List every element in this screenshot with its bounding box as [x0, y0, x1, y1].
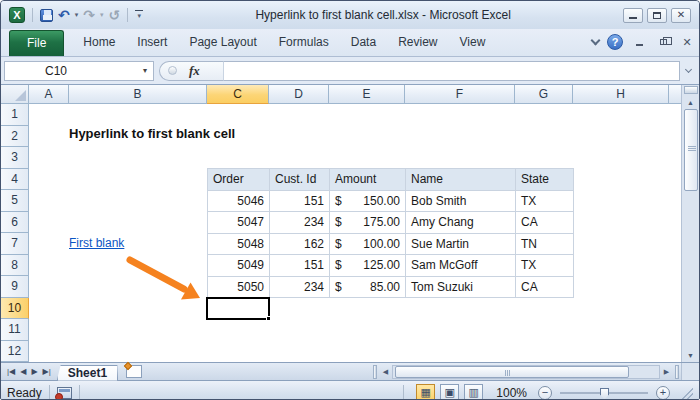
row-header-9[interactable]: 9: [1, 276, 29, 298]
cell-name[interactable]: Sam McGoff: [406, 255, 516, 277]
cell-cust-id[interactable]: 151: [270, 191, 330, 213]
cell-order[interactable]: 5048: [208, 234, 270, 256]
last-sheet-icon[interactable]: ▶|: [42, 367, 52, 376]
tab-data[interactable]: Data: [340, 29, 387, 56]
expand-formula-bar-icon[interactable]: [680, 70, 696, 72]
maximize-icon[interactable]: [647, 8, 667, 23]
formula-input[interactable]: [223, 61, 680, 81]
cell-order[interactable]: 5049: [208, 255, 270, 277]
scroll-right-icon[interactable]: ▶: [660, 365, 673, 378]
column-header-a[interactable]: A: [29, 85, 69, 104]
zoom-in-icon[interactable]: +: [656, 386, 670, 400]
tab-view[interactable]: View: [449, 29, 497, 56]
cell-name[interactable]: Bob Smith: [406, 191, 516, 213]
macro-record-icon[interactable]: [57, 387, 72, 399]
next-sheet-icon[interactable]: ▶: [30, 367, 38, 376]
customize-quick-access-toolbar-icon[interactable]: ▾: [135, 10, 143, 20]
column-header-c[interactable]: C: [207, 85, 269, 104]
expand-ribbon-icon[interactable]: [591, 36, 601, 46]
tab-file[interactable]: File: [9, 30, 64, 56]
row-header-6[interactable]: 6: [1, 212, 29, 234]
tab-insert[interactable]: Insert: [126, 29, 178, 56]
row-header-10[interactable]: 10: [1, 298, 29, 320]
horizontal-scrollbar[interactable]: [392, 365, 660, 379]
previous-sheet-icon[interactable]: ◀: [19, 367, 27, 376]
tab-page-layout[interactable]: Page Layout: [178, 29, 267, 56]
row-header-1[interactable]: 1: [1, 104, 29, 126]
cell-name[interactable]: Sue Martin: [406, 234, 516, 256]
active-cell-c10[interactable]: [206, 297, 270, 320]
column-header-f[interactable]: F: [405, 85, 515, 104]
close-icon[interactable]: ✕: [671, 8, 691, 23]
row-header-2[interactable]: 2: [1, 126, 29, 148]
cell-state[interactable]: TX: [516, 191, 574, 213]
cell-order[interactable]: 5046: [208, 191, 270, 213]
cell-amount[interactable]: $150.00: [330, 191, 406, 213]
cell-amount[interactable]: $85.00: [330, 277, 406, 299]
row-header-3[interactable]: 3: [1, 147, 29, 169]
column-header-e[interactable]: E: [329, 85, 405, 104]
row-header-8[interactable]: 8: [1, 255, 29, 277]
cell-amount[interactable]: $100.00: [330, 234, 406, 256]
tab-formulas[interactable]: Formulas: [268, 29, 340, 56]
split-handle-icon[interactable]: [684, 86, 698, 94]
cell-state[interactable]: TX: [516, 255, 574, 277]
cell-state[interactable]: CA: [516, 212, 574, 234]
zoom-out-icon[interactable]: −: [538, 386, 552, 400]
column-header-b[interactable]: B: [69, 85, 207, 104]
workbook-restore-icon[interactable]: [655, 36, 671, 49]
zoom-slider-thumb[interactable]: [600, 388, 609, 400]
undo-icon[interactable]: ↶: [58, 8, 70, 22]
cell-name[interactable]: Amy Chang: [406, 212, 516, 234]
tab-split-handle[interactable]: [373, 365, 377, 379]
name-box[interactable]: C10 ▾: [4, 61, 154, 81]
help-icon[interactable]: ?: [607, 34, 623, 50]
first-sheet-icon[interactable]: |◀: [6, 367, 16, 376]
row-header-7[interactable]: 7: [1, 233, 29, 255]
workbook-minimize-icon[interactable]: [631, 36, 647, 49]
page-break-preview-icon[interactable]: ▥: [464, 384, 483, 400]
cell-amount[interactable]: $125.00: [330, 255, 406, 277]
minimize-icon[interactable]: [623, 8, 643, 23]
insert-worksheet-icon[interactable]: [126, 365, 142, 378]
row-header-4[interactable]: 4: [1, 169, 29, 191]
name-box-dropdown-icon[interactable]: ▾: [143, 66, 147, 75]
cell-cust-id[interactable]: 234: [270, 277, 330, 299]
scroll-up-icon[interactable]: ▲: [683, 95, 699, 109]
zoom-slider[interactable]: [560, 392, 648, 394]
excel-logo-icon[interactable]: X: [9, 7, 25, 23]
row-header-11[interactable]: 11: [1, 319, 29, 341]
zoom-level[interactable]: 100%: [496, 386, 527, 400]
tab-home[interactable]: Home: [72, 29, 126, 56]
cell-cust-id[interactable]: 234: [270, 212, 330, 234]
scroll-left-icon[interactable]: ◀: [379, 365, 392, 378]
vertical-scroll-thumb[interactable]: [684, 109, 698, 191]
column-header-d[interactable]: D: [269, 85, 329, 104]
scroll-down-icon[interactable]: ▼: [683, 348, 699, 362]
fill-handle[interactable]: [266, 316, 271, 321]
cell-cust-id[interactable]: 151: [270, 255, 330, 277]
row-header-12[interactable]: 12: [1, 341, 29, 363]
page-layout-view-icon[interactable]: ▣: [440, 384, 459, 400]
undo-dropdown-icon[interactable]: ▾: [75, 11, 79, 19]
column-header-g[interactable]: G: [515, 85, 573, 104]
tab-review[interactable]: Review: [387, 29, 448, 56]
sheet-content[interactable]: Hyperlink to first blank cell First blan…: [29, 104, 681, 362]
sheet-tab-sheet1[interactable]: Sheet1: [57, 365, 118, 381]
cell-order[interactable]: 5047: [208, 212, 270, 234]
cell-order[interactable]: 5050: [208, 277, 270, 299]
cell-amount[interactable]: $175.00: [330, 212, 406, 234]
first-blank-hyperlink[interactable]: First blank: [69, 236, 124, 250]
row-header-5[interactable]: 5: [1, 190, 29, 212]
column-header-h[interactable]: H: [573, 85, 669, 104]
tab-split-handle[interactable]: [675, 365, 679, 379]
normal-view-icon[interactable]: ▦: [416, 384, 435, 400]
resize-grip[interactable]: [681, 387, 693, 399]
vertical-scrollbar[interactable]: ▲ ▼: [681, 85, 699, 362]
horizontal-scroll-thumb[interactable]: [395, 366, 629, 378]
cell-name[interactable]: Tom Suzuki: [406, 277, 516, 299]
cell-state[interactable]: CA: [516, 277, 574, 299]
cell-state[interactable]: TN: [516, 234, 574, 256]
select-all-button[interactable]: [1, 85, 29, 104]
cell-cust-id[interactable]: 162: [270, 234, 330, 256]
